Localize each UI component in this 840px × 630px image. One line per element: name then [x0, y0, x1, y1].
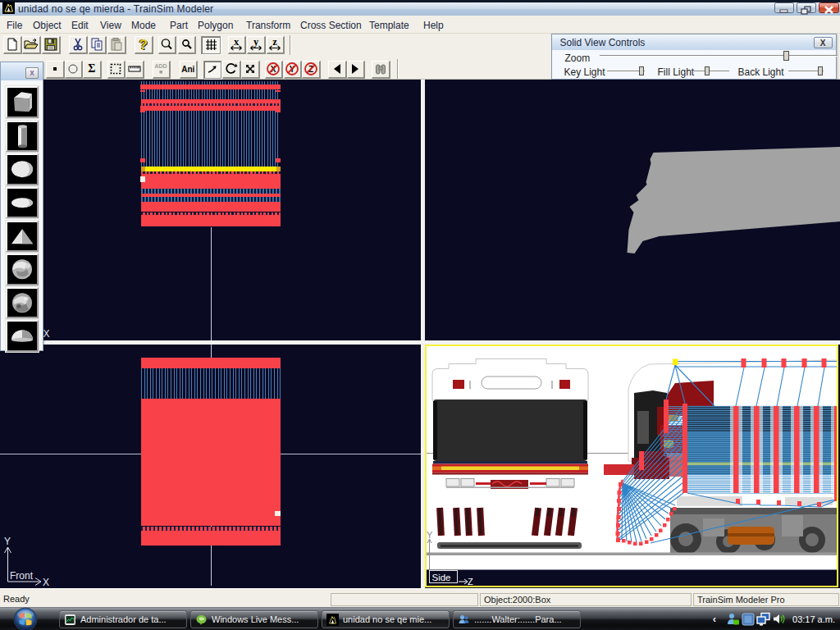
svg-text:Y: Y [4, 536, 11, 547]
svg-text:Y: Y [427, 530, 433, 540]
svg-text:X: X [43, 577, 49, 587]
svg-text:ADD: ADD [155, 63, 167, 69]
svg-text:z: z [272, 37, 277, 48]
svg-text:Side: Side [431, 572, 450, 582]
svg-text:y: y [253, 37, 259, 48]
svg-text:Z: Z [468, 577, 473, 586]
svg-text:x: x [234, 37, 240, 48]
svg-text:Front: Front [10, 570, 34, 582]
